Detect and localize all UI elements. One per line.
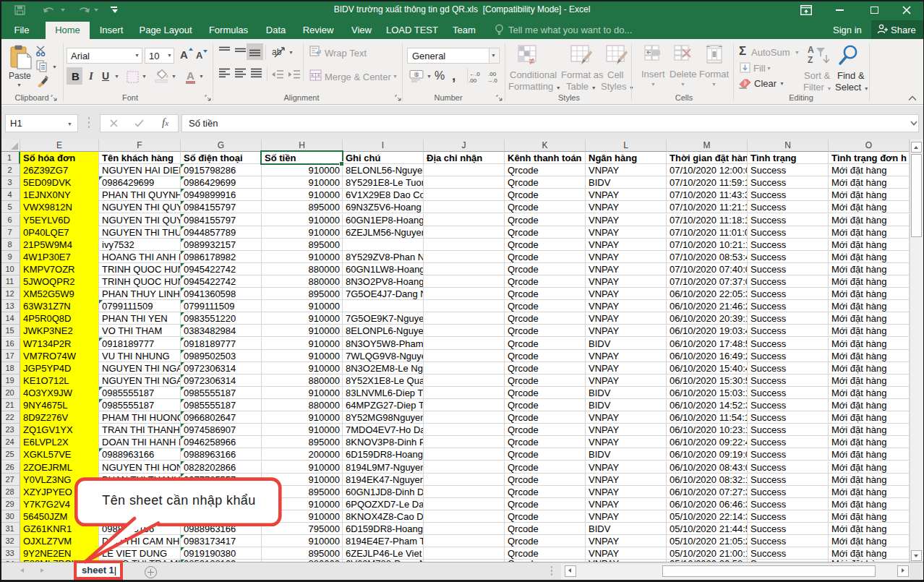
svg-text:A: A <box>808 45 814 55</box>
svg-text:.00: .00 <box>488 71 497 77</box>
svg-text:$: $ <box>415 72 419 78</box>
svg-text:.00: .00 <box>469 77 477 83</box>
svg-text:≠: ≠ <box>529 56 534 67</box>
svg-text:←.0: ←.0 <box>469 71 480 77</box>
svg-text:→.0: →.0 <box>487 77 497 83</box>
svg-text:Z: Z <box>808 55 813 65</box>
